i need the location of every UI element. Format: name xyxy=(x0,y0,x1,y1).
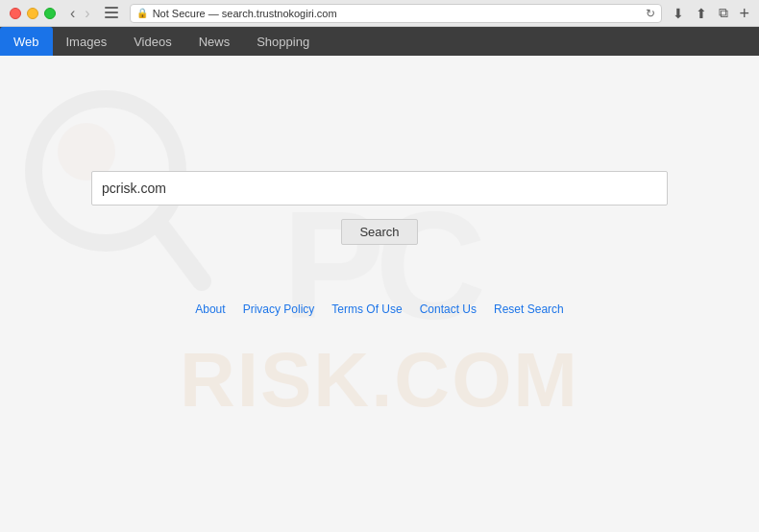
maximize-button[interactable] xyxy=(44,8,56,19)
minimize-button[interactable] xyxy=(27,8,38,19)
share-button[interactable]: ⬆ xyxy=(693,6,710,21)
address-text: Not Secure — search.trustnokogiri.com xyxy=(153,8,642,19)
footer-link-terms[interactable]: Terms Of Use xyxy=(331,302,402,316)
footer-links: About Privacy Policy Terms Of Use Contac… xyxy=(195,302,563,316)
nav-item-videos[interactable]: Videos xyxy=(120,27,185,56)
download-button[interactable]: ⬇ xyxy=(670,6,687,21)
nav-bar: Web Images Videos News Shopping xyxy=(0,27,759,56)
back-button[interactable]: ‹ xyxy=(67,6,78,21)
traffic-lights xyxy=(10,8,56,19)
search-input-wrapper xyxy=(91,171,668,206)
search-button[interactable]: Search xyxy=(341,219,417,245)
new-tab-button[interactable]: + xyxy=(739,5,749,22)
nav-item-news[interactable]: News xyxy=(185,27,244,56)
svg-rect-1 xyxy=(105,12,118,13)
footer-link-reset[interactable]: Reset Search xyxy=(494,302,564,316)
toolbar-actions: ⬇ ⬆ ⧉ xyxy=(670,5,731,21)
refresh-button[interactable]: ↻ xyxy=(646,7,655,20)
svg-rect-2 xyxy=(105,16,118,18)
tab-overview-button[interactable]: ⧉ xyxy=(716,5,731,21)
page-content: PC RISK.COM Search About Privacy Policy … xyxy=(0,56,759,532)
nav-item-images[interactable]: Images xyxy=(53,27,121,56)
footer-link-contact[interactable]: Contact Us xyxy=(420,302,477,316)
watermark-risk-com: RISK.COM xyxy=(180,342,579,419)
lock-icon: 🔒 xyxy=(136,8,148,18)
nav-item-web[interactable]: Web xyxy=(0,27,53,56)
footer-link-about[interactable]: About xyxy=(195,302,225,316)
close-button[interactable] xyxy=(10,8,21,19)
search-input[interactable] xyxy=(91,171,668,206)
footer-link-privacy[interactable]: Privacy Policy xyxy=(243,302,315,316)
forward-button[interactable]: › xyxy=(82,6,92,21)
address-bar[interactable]: 🔒 Not Secure — search.trustnokogiri.com … xyxy=(130,4,663,23)
sidebar-button[interactable] xyxy=(101,6,122,21)
nav-buttons: ‹ › xyxy=(67,6,93,21)
nav-item-shopping[interactable]: Shopping xyxy=(243,27,323,56)
svg-rect-0 xyxy=(105,7,118,9)
watermark: PC RISK.COM xyxy=(0,56,759,532)
search-area: Search xyxy=(0,171,759,245)
title-bar: ‹ › 🔒 Not Secure — search.trustnokogiri.… xyxy=(0,0,759,27)
